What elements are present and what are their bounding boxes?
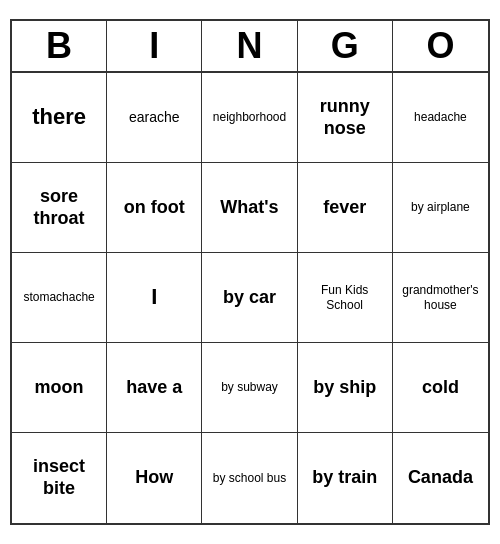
cell-label: have a — [126, 377, 182, 399]
header-letter: N — [202, 21, 297, 71]
bingo-cell: Canada — [393, 433, 488, 523]
cell-label: by school bus — [213, 471, 286, 485]
header-letter: G — [298, 21, 393, 71]
bingo-cell: How — [107, 433, 202, 523]
cell-label: by train — [312, 467, 377, 489]
cell-label: fever — [323, 197, 366, 219]
cell-label: grandmother's house — [397, 283, 484, 312]
cell-label: cold — [422, 377, 459, 399]
bingo-cell: by airplane — [393, 163, 488, 253]
bingo-cell: cold — [393, 343, 488, 433]
bingo-cell: sore throat — [12, 163, 107, 253]
bingo-grid: thereearacheneighborhoodrunny noseheadac… — [12, 73, 488, 523]
bingo-cell: by train — [298, 433, 393, 523]
cell-label: stomachache — [23, 290, 94, 304]
cell-label: What's — [220, 197, 278, 219]
bingo-header: BINGO — [12, 21, 488, 73]
cell-label: on foot — [124, 197, 185, 219]
bingo-cell: grandmother's house — [393, 253, 488, 343]
bingo-cell: earache — [107, 73, 202, 163]
header-letter: I — [107, 21, 202, 71]
cell-label: neighborhood — [213, 110, 286, 124]
cell-label: sore throat — [16, 186, 102, 229]
header-letter: O — [393, 21, 488, 71]
cell-label: by subway — [221, 380, 278, 394]
bingo-cell: neighborhood — [202, 73, 297, 163]
cell-label: earache — [129, 109, 180, 126]
bingo-cell: by subway — [202, 343, 297, 433]
cell-label: runny nose — [302, 96, 388, 139]
bingo-cell: moon — [12, 343, 107, 433]
bingo-cell: by ship — [298, 343, 393, 433]
bingo-card: BINGO thereearacheneighborhoodrunny nose… — [10, 19, 490, 525]
cell-label: by car — [223, 287, 276, 309]
bingo-cell: insect bite — [12, 433, 107, 523]
bingo-cell: on foot — [107, 163, 202, 253]
cell-label: I — [151, 284, 157, 310]
cell-label: moon — [35, 377, 84, 399]
cell-label: by ship — [313, 377, 376, 399]
cell-label: Canada — [408, 467, 473, 489]
bingo-cell: by school bus — [202, 433, 297, 523]
bingo-cell: fever — [298, 163, 393, 253]
bingo-cell: there — [12, 73, 107, 163]
cell-label: headache — [414, 110, 467, 124]
bingo-cell: I — [107, 253, 202, 343]
header-letter: B — [12, 21, 107, 71]
bingo-cell: Fun Kids School — [298, 253, 393, 343]
bingo-cell: What's — [202, 163, 297, 253]
bingo-cell: have a — [107, 343, 202, 433]
cell-label: insect bite — [16, 456, 102, 499]
cell-label: How — [135, 467, 173, 489]
bingo-cell: headache — [393, 73, 488, 163]
bingo-cell: runny nose — [298, 73, 393, 163]
bingo-cell: stomachache — [12, 253, 107, 343]
bingo-cell: by car — [202, 253, 297, 343]
cell-label: there — [32, 104, 86, 130]
cell-label: Fun Kids School — [302, 283, 388, 312]
cell-label: by airplane — [411, 200, 470, 214]
